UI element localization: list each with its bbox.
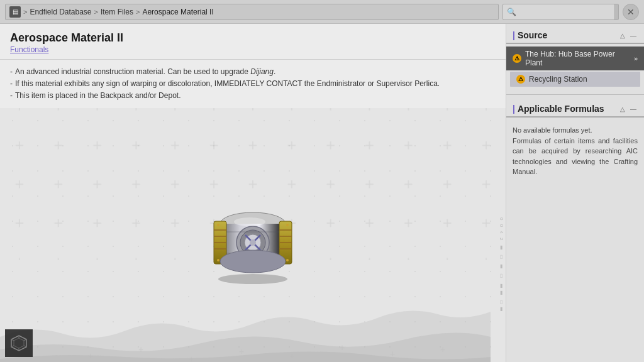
svg-text:+: + [189, 354, 194, 362]
svg-text:+: + [88, 351, 93, 361]
svg-text:+: + [390, 349, 395, 359]
svg-text:+: + [289, 351, 294, 361]
svg-point-12 [218, 274, 287, 284]
search-icon: 🔍 [503, 8, 520, 16]
svg-text:+: + [440, 344, 445, 354]
right-panel: Source △ — ⚠ The Hub: Hub Base Power Pla… [506, 24, 644, 362]
formulas-title: Applicable Formulas [513, 104, 604, 114]
formulas-section: Applicable Formulas △ — No available for… [506, 97, 644, 186]
breadcrumb-sep-3: > [136, 8, 140, 16]
breadcrumb-itemfiles[interactable]: Item Files [101, 8, 133, 16]
breadcrumb-sep-2: > [94, 8, 98, 16]
breadcrumb: ▤ > Endfield Database > Item Files > Aer… [5, 4, 499, 20]
source-item-secondary[interactable]: ⚠ Recycling Station [510, 72, 640, 87]
source-header: Source △ — [506, 28, 644, 44]
vertical-bar: 0 0 4 2 ▮ ▯ ▮ ▯ ▮▮ ▯▮ [497, 171, 506, 359]
svg-text:+: + [340, 343, 345, 353]
folder-icon: ▤ [9, 6, 21, 18]
svg-text:+: + [138, 344, 143, 354]
desc-line-2: - If this material exhibits any sign of … [10, 78, 496, 90]
item-title: Aerospace Material II [10, 31, 496, 45]
source-title: Source [513, 30, 547, 40]
content-area: Aerospace Material II Functionals - An a… [0, 24, 506, 362]
close-button[interactable]: ✕ [623, 4, 639, 20]
source-item-primary-label: The Hub: Hub Base Power Plant [525, 50, 630, 67]
bullet-1: - [10, 66, 13, 78]
corner-icon-svg [10, 334, 28, 352]
search-button[interactable]: Search [614, 4, 619, 20]
breadcrumb-current: Aerospace Material II [142, 8, 213, 16]
svg-marker-41 [14, 338, 24, 348]
search-input[interactable] [520, 8, 614, 16]
svg-text:+: + [239, 346, 244, 356]
source-action-expand[interactable]: △ [619, 32, 626, 39]
search-container: 🔍 Search [502, 4, 619, 20]
vertical-text: 0 0 4 2 ▮ ▯ ▮ ▯ ▮▮ ▯▮ [499, 217, 504, 313]
desc-line-3: - This item is placed in the Backpack an… [10, 90, 496, 102]
source-action-collapse[interactable]: — [629, 32, 638, 39]
formulas-action-expand[interactable]: △ [619, 106, 626, 112]
desc-line-1: - An advanced industrial construction ma… [10, 66, 496, 78]
warning-icon-primary: ⚠ [513, 54, 521, 63]
top-bar: ▤ > Endfield Database > Item Files > Aer… [0, 0, 644, 24]
source-item-primary[interactable]: ⚠ The Hub: Hub Base Power Plant » [506, 47, 644, 70]
svg-point-34 [217, 224, 219, 226]
bullet-3: - [10, 90, 13, 102]
bullet-2: - [10, 78, 13, 90]
item-visual: + + + + + + + + + [0, 108, 506, 362]
breadcrumb-sep-1: > [23, 8, 27, 16]
desc-text-2: If this material exhibits any sign of wa… [15, 78, 440, 90]
item-category[interactable]: Functionals [10, 45, 496, 54]
desc-text-1: An advanced industrial construction mate… [15, 66, 275, 78]
desc-text-3: This item is placed in the Backpack and/… [15, 90, 180, 102]
item-svg [203, 197, 303, 285]
svg-point-36 [286, 224, 289, 226]
warning-icon-secondary: ⚠ [516, 75, 525, 84]
item-3d-model [203, 197, 303, 285]
corner-icon [5, 329, 33, 357]
formulas-action-collapse[interactable]: — [629, 106, 638, 112]
panel-divider [506, 94, 644, 95]
svg-point-38 [220, 250, 286, 273]
item-header: Aerospace Material II Functionals [0, 24, 506, 60]
formulas-header: Applicable Formulas △ — [506, 101, 644, 118]
svg-point-39 [234, 217, 265, 226]
svg-point-35 [217, 259, 219, 261]
source-actions: △ — [619, 32, 638, 39]
item-description: - An advanced industrial construction ma… [0, 60, 506, 109]
source-item-secondary-label: Recycling Station [529, 75, 587, 84]
italic-name: Dijiang [250, 67, 274, 76]
formulas-actions: △ — [619, 106, 638, 112]
svg-point-31 [250, 239, 256, 246]
breadcrumb-endfield[interactable]: Endfield Database [30, 8, 91, 16]
source-section: Source △ — ⚠ The Hub: Hub Base Power Pla… [506, 24, 644, 92]
svg-point-37 [286, 259, 289, 261]
formulas-empty-text: No available formulas yet. Formulas of c… [506, 120, 644, 182]
source-arrow-primary: » [634, 55, 638, 62]
main-layout: Aerospace Material II Functionals - An a… [0, 24, 644, 362]
